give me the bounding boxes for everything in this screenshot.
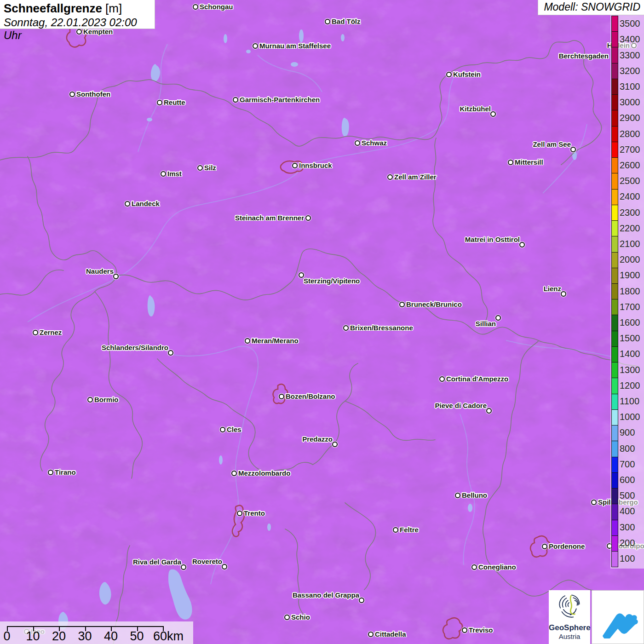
city-dot — [519, 242, 525, 247]
city-label: Bassano del Grappa — [293, 591, 359, 599]
city-label: Treviso — [469, 626, 493, 634]
city-label: Bruneck/Brunico — [406, 300, 462, 308]
city-label: Cles — [227, 426, 242, 433]
colorbar-segment — [612, 126, 618, 142]
city-dot — [486, 408, 492, 414]
city-dot — [591, 500, 597, 505]
city-label: Bad Tölz — [332, 17, 361, 25]
city-label: Zernez — [40, 328, 62, 336]
city-dot — [197, 165, 203, 171]
colorbar-segment — [612, 205, 618, 221]
city-label: Tirano — [55, 468, 76, 476]
city-dot — [332, 442, 338, 447]
colorbar-segment — [612, 173, 618, 189]
colorbar-segment — [612, 426, 618, 441]
colorbar-segment — [612, 95, 618, 110]
colorbar-label: 800 — [620, 443, 635, 454]
city-label: Schwaz — [362, 139, 387, 147]
city-label: Riva del Garda — [133, 558, 181, 566]
colorbar-label: 1400 — [620, 349, 640, 359]
colorbar-segment — [612, 457, 618, 473]
city-label: Predazzo — [302, 435, 333, 443]
colorbar-segment — [612, 331, 618, 347]
city-label: Mittersill — [515, 158, 543, 166]
city-dot — [279, 394, 284, 399]
city-dot — [69, 92, 75, 97]
city-label: Schongau — [200, 3, 233, 11]
city-label: Conegliano — [478, 563, 516, 571]
city-dot — [220, 427, 225, 432]
colorbar-label: 1500 — [620, 333, 640, 344]
city-dot — [245, 338, 250, 344]
geosphere-logo-icon — [554, 592, 585, 622]
colorbar-segment — [612, 221, 618, 236]
colorbar-label: 2300 — [620, 207, 640, 218]
city-dot — [446, 72, 452, 77]
city-dot — [355, 140, 360, 146]
colorbar-segment — [612, 315, 618, 331]
scale-bar-label: 0 — [3, 629, 10, 644]
city-label: Zell am Ziller — [394, 173, 437, 181]
city-label: Kitzbühel — [460, 105, 491, 113]
city-dot — [231, 471, 237, 476]
colorbar-label: 2700 — [620, 144, 640, 155]
city-dot — [181, 564, 186, 570]
city-label: Belluno — [462, 491, 487, 499]
colorbar-label: 700 — [620, 459, 635, 469]
city-layer: SchongauBad TölzKemptenMurnau am Staffel… — [0, 0, 644, 644]
city-dot — [472, 564, 477, 570]
scale-bar-label: 20 — [52, 629, 66, 644]
scale-bar: 0102030405060km — [0, 621, 193, 644]
geosphere-logo-box: GeoSphere Austria — [549, 590, 590, 644]
city-dot — [237, 511, 242, 516]
city-label: Sillian — [476, 320, 496, 328]
city-dot — [33, 330, 38, 335]
city-dot — [462, 627, 467, 633]
city-label: Nauders — [86, 267, 114, 275]
city-label: Murnau am Staffelsee — [259, 42, 331, 50]
city-dot — [490, 111, 496, 117]
colorbar-label: 900 — [620, 427, 635, 438]
colorbar-label: 2600 — [620, 160, 640, 170]
scale-bar-label: 60km — [153, 629, 184, 644]
colorbar-label: 1200 — [620, 380, 640, 391]
city-dot — [393, 527, 398, 533]
colorbar-label: 100 — [620, 553, 635, 564]
colorbar-label: 200 — [620, 537, 635, 548]
city-dot — [168, 350, 173, 356]
colorbar-segment — [612, 16, 618, 32]
city-label: Kufstein — [453, 70, 481, 78]
colorbar-segment — [612, 236, 618, 252]
city-dot — [455, 493, 460, 498]
model-label: Modell: SNOWGRID — [538, 0, 644, 15]
map-title: Schneefallgrenze [m] — [4, 1, 155, 16]
city-label: Meran/Merano — [252, 337, 299, 345]
colorbar-label: 2800 — [620, 128, 640, 139]
weather-map: SchongauBad TölzKemptenMurnau am Staffel… — [0, 0, 644, 644]
city-dot — [343, 325, 349, 331]
colorbar-label: 3000 — [620, 97, 640, 108]
city-dot — [161, 171, 166, 177]
scale-bar-label: 40 — [104, 629, 118, 644]
colorbar-label: 1300 — [620, 364, 640, 375]
colorbar-segment — [612, 110, 618, 126]
city-dot — [495, 315, 501, 321]
city-dot — [292, 163, 298, 168]
scale-bar-label: 10 — [26, 629, 40, 644]
city-label: Bormio — [94, 396, 119, 403]
city-label: Bozen/Bolzano — [286, 392, 335, 400]
scale-bar-label: 30 — [78, 629, 92, 644]
colorbar-segment — [612, 284, 618, 299]
colorbar-segment — [612, 142, 618, 158]
colorbar-segment — [612, 536, 618, 552]
city-dot — [359, 598, 364, 603]
city-dot — [253, 43, 258, 49]
city-label: Zell am See — [533, 140, 571, 148]
colorbar-label: 2100 — [620, 238, 640, 249]
city-label: Cittadella — [375, 630, 406, 638]
city-dot — [222, 564, 227, 569]
colorbar-segment — [612, 32, 618, 47]
city-label: Matrei in Osttirol — [465, 236, 520, 243]
colorbar-segment — [612, 79, 618, 95]
colorbar-label: 1900 — [620, 270, 640, 281]
